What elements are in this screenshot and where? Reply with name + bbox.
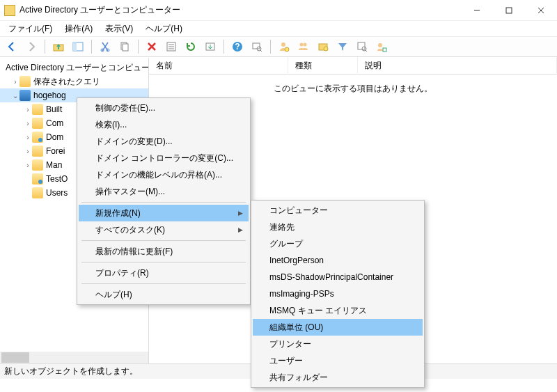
svg-point-30 bbox=[378, 43, 382, 47]
ctx-new[interactable]: 新規作成(N) bbox=[79, 205, 249, 221]
add-to-group-icon[interactable] bbox=[374, 39, 389, 54]
ctx-help[interactable]: ヘルプ(H) bbox=[79, 286, 249, 303]
menu-separator bbox=[81, 202, 246, 203]
show-hide-tree-icon[interactable] bbox=[70, 39, 86, 54]
new-printer[interactable]: プリンター bbox=[253, 336, 423, 352]
new-group[interactable]: グループ bbox=[253, 235, 423, 252]
menu-separator bbox=[81, 262, 246, 262]
ctx-delegate[interactable]: 制御の委任(E)... bbox=[79, 100, 249, 116]
menu-help[interactable]: ヘルプ(H) bbox=[140, 22, 188, 36]
delete-icon[interactable] bbox=[144, 39, 159, 54]
ou-icon bbox=[32, 132, 43, 143]
caret-icon[interactable]: › bbox=[24, 106, 32, 113]
tree-item-label: TestO bbox=[46, 174, 68, 184]
ctx-raise-level[interactable]: ドメインの機能レベルの昇格(A)... bbox=[79, 166, 249, 183]
svg-rect-31 bbox=[383, 48, 386, 52]
caret-icon[interactable]: › bbox=[24, 134, 32, 141]
close-button[interactable] bbox=[525, 0, 557, 21]
window-title: Active Directory ユーザーとコンピューター bbox=[19, 4, 461, 16]
menu-separator bbox=[81, 283, 246, 284]
minimize-button[interactable] bbox=[461, 0, 493, 21]
context-menu: 制御の委任(E)... 検索(I)... ドメインの変更(D)... ドメイン … bbox=[77, 97, 251, 305]
export-list-icon[interactable] bbox=[203, 39, 218, 54]
menu-separator bbox=[81, 240, 246, 241]
toolbar-separator bbox=[138, 40, 139, 54]
tree-saved-queries[interactable]: › 保存されたクエリ bbox=[0, 75, 148, 88]
svg-rect-27 bbox=[358, 42, 365, 49]
find-icon[interactable] bbox=[249, 39, 265, 54]
up-folder-icon[interactable] bbox=[51, 39, 66, 54]
app-icon bbox=[4, 5, 15, 16]
new-ou-icon[interactable] bbox=[315, 39, 331, 54]
tree-item-label: Man bbox=[46, 160, 62, 170]
tree-root[interactable]: Active Directory ユーザーとコンピュータ bbox=[0, 61, 148, 75]
svg-rect-1 bbox=[506, 8, 512, 13]
ctx-operations-master[interactable]: 操作マスター(M)... bbox=[79, 183, 249, 200]
tree-item-label: Built bbox=[46, 104, 62, 114]
column-description[interactable]: 説明 bbox=[358, 57, 557, 75]
ctx-change-dc[interactable]: ドメイン コントローラーの変更(C)... bbox=[79, 150, 249, 166]
new-msds[interactable]: msDS-ShadowPrincipalContainer bbox=[253, 269, 423, 285]
caret-icon[interactable]: › bbox=[24, 120, 32, 127]
tree-root-label: Active Directory ユーザーとコンピュータ bbox=[6, 62, 148, 74]
tree-horizontal-scrollbar[interactable] bbox=[0, 352, 148, 363]
column-name[interactable]: 名前 bbox=[149, 57, 288, 75]
caret-icon[interactable]: ⌄ bbox=[11, 92, 19, 100]
svg-text:?: ? bbox=[235, 42, 240, 52]
titlebar: Active Directory ユーザーとコンピューター bbox=[0, 0, 557, 21]
copy-icon[interactable] bbox=[117, 39, 132, 54]
back-button[interactable] bbox=[4, 39, 19, 54]
cut-icon[interactable] bbox=[97, 39, 113, 54]
forward-button[interactable] bbox=[24, 39, 39, 54]
new-user-icon[interactable] bbox=[276, 39, 292, 54]
filter-icon[interactable] bbox=[335, 39, 350, 54]
new-msimaging[interactable]: msImaging-PSPs bbox=[253, 285, 423, 302]
tree-domain-label: hogehog bbox=[33, 91, 66, 100]
ctx-change-domain[interactable]: ドメインの変更(D)... bbox=[79, 133, 249, 150]
menu-file[interactable]: ファイル(F) bbox=[3, 22, 58, 36]
maximize-button[interactable] bbox=[493, 0, 525, 21]
svg-rect-18 bbox=[253, 43, 260, 49]
properties-icon[interactable] bbox=[164, 39, 179, 54]
folder-icon bbox=[32, 159, 43, 171]
svg-rect-6 bbox=[73, 42, 77, 51]
ctx-all-tasks[interactable]: すべてのタスク(K) bbox=[79, 221, 249, 238]
new-inetorgperson[interactable]: InetOrgPerson bbox=[253, 252, 423, 269]
column-kind[interactable]: 種類 bbox=[288, 57, 358, 75]
new-contact[interactable]: 連絡先 bbox=[253, 219, 423, 235]
ctx-properties[interactable]: プロパティ(R) bbox=[79, 265, 249, 281]
menu-action[interactable]: 操作(A) bbox=[59, 22, 98, 36]
new-user[interactable]: ユーザー bbox=[253, 352, 423, 369]
menu-view[interactable]: 表示(V) bbox=[100, 22, 139, 36]
ou-icon bbox=[32, 173, 43, 185]
svg-line-29 bbox=[366, 50, 367, 52]
new-msmq[interactable]: MSMQ キュー エイリアス bbox=[253, 302, 423, 319]
domain-icon bbox=[19, 90, 31, 101]
caret-icon[interactable]: › bbox=[11, 78, 19, 86]
svg-rect-10 bbox=[123, 44, 128, 51]
svg-point-24 bbox=[304, 43, 307, 47]
ctx-find[interactable]: 検索(I)... bbox=[79, 116, 249, 133]
toolbar-separator bbox=[45, 40, 45, 54]
folder-icon bbox=[19, 76, 31, 87]
new-ou[interactable]: 組織単位 (OU) bbox=[253, 319, 423, 336]
svg-point-23 bbox=[300, 43, 304, 47]
new-group-icon[interactable] bbox=[296, 39, 311, 54]
list-columns: 名前 種類 説明 bbox=[149, 58, 557, 75]
refresh-icon[interactable] bbox=[183, 39, 198, 54]
ctx-refresh[interactable]: 最新の情報に更新(F) bbox=[79, 243, 249, 260]
folder-icon bbox=[32, 118, 43, 129]
caret-icon[interactable]: › bbox=[24, 148, 32, 155]
folder-icon bbox=[32, 104, 43, 115]
menubar: ファイル(F) 操作(A) 表示(V) ヘルプ(H) bbox=[0, 21, 557, 36]
find-objects-icon[interactable] bbox=[354, 39, 370, 54]
scrollbar-thumb[interactable] bbox=[1, 352, 29, 363]
svg-point-22 bbox=[285, 47, 289, 52]
help-icon[interactable]: ? bbox=[230, 39, 245, 54]
tree-saved-queries-label: 保存されたクエリ bbox=[33, 76, 100, 88]
folder-icon bbox=[32, 146, 43, 157]
caret-icon[interactable]: › bbox=[24, 162, 32, 169]
new-shared-folder[interactable]: 共有フォルダー bbox=[253, 369, 423, 386]
svg-line-20 bbox=[260, 50, 262, 52]
new-computer[interactable]: コンピューター bbox=[253, 202, 423, 219]
